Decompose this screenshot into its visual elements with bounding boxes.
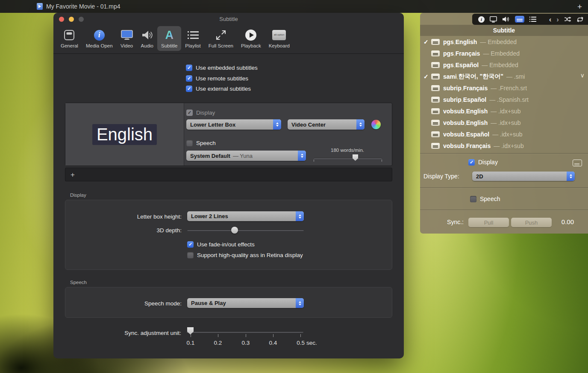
video-panel-button[interactable] [490,15,497,24]
retina-ass-checkbox[interactable]: Support high-quality ass in Retina displ… [187,252,303,258]
checkbox-label: Display [478,159,498,166]
slider-tick [191,334,191,337]
preview-speech-checkbox[interactable]: Speech [186,140,216,146]
stepper-icon [273,119,281,130]
speech-rate-label: 180 words/min. [311,148,384,153]
info-icon: i [478,16,485,23]
toolbar-item-full-screen[interactable]: Full Screen [205,26,237,51]
stepper-icon [298,151,306,161]
speaker-icon [141,28,153,42]
stepper-icon [296,298,304,308]
popup-detail: — Yuna [233,153,253,159]
toolbar-item-media-open[interactable]: i Media Open [82,26,117,51]
toolbar-item-playback[interactable]: Playback [237,26,265,51]
toolbar-item-keyboard[interactable]: alt option Keyboard [265,26,294,51]
subtitle-track-row[interactable]: subrip , Español— .Spanish.srt [420,94,588,105]
subtitle-panel-button[interactable] [515,15,524,24]
add-icon[interactable]: + [71,171,75,178]
subtitle-badge-icon [431,85,440,91]
popup-value: 2D [476,173,483,180]
popup-value: Pause & Play [191,300,226,306]
subtitle-sample-pane: English [65,103,184,166]
subtitle-icon: A [165,28,173,42]
previous-button[interactable]: ‹ [549,15,552,24]
toolbar-label: Playlist [185,43,200,48]
subtitle-badge-icon [431,74,440,80]
slider-knob[interactable] [187,327,194,335]
slider-tick [218,334,218,337]
slider-tick [246,334,246,337]
chevron-down-icon[interactable]: ∨ [580,72,585,79]
checkbox-label: Speech [196,140,216,146]
preferences-window: Subtitle General i Media Open Video [53,13,404,358]
checkbox-icon [186,86,192,92]
next-button[interactable]: › [556,15,559,24]
subtitle-track-row[interactable]: vobsub , English— .idx+sub [420,117,588,128]
preview-display-checkbox[interactable]: Display [186,110,215,116]
toolbar-label: Keyboard [269,43,290,48]
letterbox-position-select[interactable]: Lower Letter Box [186,119,281,130]
toolbar-label: General [61,43,78,48]
toolbar-item-playlist[interactable]: Playlist [181,26,204,51]
toolbar-item-audio[interactable]: Audio [137,26,157,51]
subtitle-track-row[interactable]: pgs , Español— Embedded [420,59,588,71]
stepper-icon [567,172,575,181]
subtitle-icon [573,160,582,166]
check-icon [423,73,431,80]
hud-display-checkbox[interactable]: Display [468,159,498,166]
checkbox-icon [468,159,475,166]
subtitle-track-row[interactable]: subrip , Français— .French.srt [420,82,588,94]
subtitle-profile-add-row: + [65,168,392,181]
slider-knob[interactable] [231,227,238,234]
slider-knob[interactable] [353,154,358,161]
subtitle-track-row[interactable]: vobsub , Español— .idx+sub [420,128,588,140]
checkbox-icon [186,110,193,116]
playlist-panel-button[interactable] [529,15,536,24]
speech-mode-select[interactable]: Pause & Play [187,298,304,308]
slider-tick [314,160,314,162]
sync-push-button[interactable]: Push [511,218,552,227]
sync-value: 0.00 [546,218,574,225]
use-external-subtitles-checkbox[interactable]: Use external subtitles [186,86,251,92]
subtitle-icon [515,16,524,23]
anchor-position-select[interactable]: Video Center [288,119,365,130]
letterbox-height-select[interactable]: Lower 2 Lines [187,211,304,221]
toolbar-item-general[interactable]: General [57,26,82,51]
speech-section-title: Speech [70,280,87,285]
use-remote-subtitles-checkbox[interactable]: Use remote subtitles [186,75,248,82]
color-wheel-icon[interactable] [371,120,381,129]
subtitle-track-row[interactable]: pgs , English— Embedded [420,36,588,47]
add-button[interactable]: + [577,3,582,11]
subtitle-badge-icon [431,131,440,137]
preferences-title: Subtitle [53,16,404,22]
subtitle-track-row[interactable]: pgs , Français— Embedded [420,47,588,59]
checkbox-label: Use fade-in/out effects [197,241,255,248]
media-open-icon: i [94,28,105,42]
subtitle-track-row[interactable]: sami , 한국어 , "한국어"— .smi ∨ [420,71,588,82]
checkbox-label: Use remote subtitles [196,75,248,82]
subtitle-badge-icon [431,97,440,103]
hud-toolbar: i ‹ › [472,14,588,25]
sync-unit-label: Sync. adjustment unit: [53,330,181,336]
repeat-button[interactable] [576,15,584,24]
use-embedded-subtitles-checkbox[interactable]: Use embedded subtitles [186,65,258,71]
toolbar-label: Video [121,43,133,48]
audio-panel-button[interactable] [502,15,510,24]
shuffle-button[interactable] [564,15,571,24]
subtitle-display-icon-button[interactable] [573,159,582,167]
info-button[interactable]: i [478,15,485,24]
fade-effects-checkbox[interactable]: Use fade-in/out effects [187,241,255,248]
movie-file-icon [37,3,43,10]
toolbar-item-subtitle[interactable]: A Subtitle [157,26,181,51]
display-type-select[interactable]: 2D [472,172,575,181]
hud-speech-checkbox[interactable]: Speech [470,195,500,202]
speaker-icon [502,16,510,22]
subtitle-track-row[interactable]: vobsub , English— .idx+sub [420,105,588,117]
toolbar-item-video[interactable]: Video [117,26,137,51]
voice-select[interactable]: System Default — Yuna [186,151,306,161]
subtitle-track-row[interactable]: vobsub , Français— .idx+sub [420,140,588,151]
sync-pull-button[interactable]: Pull [468,218,509,227]
depth-label: 3D depth: [65,227,182,234]
slider-tick [300,334,301,337]
toolbar-label: Full Screen [209,43,233,48]
